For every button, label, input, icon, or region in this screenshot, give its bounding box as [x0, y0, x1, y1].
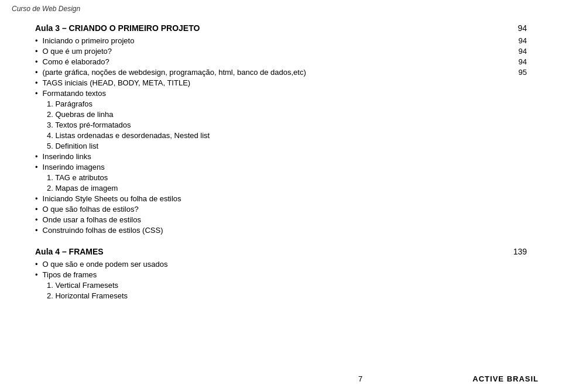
- item-text: Formatando textos: [43, 89, 106, 98]
- item-text: Inserindo imagens: [43, 163, 105, 171]
- bullet-icon: [35, 226, 38, 235]
- item-text: Iniciando Style Sheets ou folha de estil…: [43, 194, 181, 203]
- list-item: Tipos de frames: [35, 270, 527, 279]
- list-item: Iniciando o primeiro projeto 94: [35, 36, 527, 45]
- sub-item-text: 1. Parágrafos: [47, 99, 92, 108]
- item-page: 94: [519, 57, 527, 66]
- item-text: Construindo folhas de estilos (CSS): [43, 226, 163, 235]
- aula3-title: Aula 3 – CRIANDO O PRIMEIRO PROJETO 94: [35, 23, 527, 33]
- sub-list-item: 2. Mapas de imagem: [47, 184, 527, 192]
- bullet-icon: [35, 36, 38, 45]
- page-footer: 7 ACTIVE BRASIL: [0, 374, 562, 383]
- bullet-icon: [35, 89, 38, 98]
- list-item: Iniciando Style Sheets ou folha de estil…: [35, 194, 527, 203]
- page-header: Curso de Web Design: [12, 5, 80, 13]
- list-item: TAGS iniciais (HEAD, BODY, META, TITLE): [35, 78, 527, 87]
- list-item: O que é um projeto? 94: [35, 47, 527, 56]
- sub-item-text: 4. Listas ordenadas e desordenadas, Nest…: [47, 131, 210, 140]
- item-text: Como é elaborado?: [43, 57, 109, 66]
- footer-brand: ACTIVE BRASIL: [472, 374, 539, 383]
- sub-item-text: 1. Vertical Framesets: [47, 281, 118, 290]
- item-text: Tipos de frames: [43, 270, 97, 279]
- sub-list-item: 1. TAG e atributos: [47, 173, 527, 182]
- sub-item-text: 2. Mapas de imagem: [47, 184, 118, 192]
- sub-list-item: 2. Horizontal Framesets: [47, 291, 527, 300]
- sub-list-item: 1. Vertical Framesets: [47, 281, 527, 290]
- item-row: (parte gráfica, noções de webdesign, pro…: [43, 68, 527, 77]
- sub-item-text: 2. Horizontal Framesets: [47, 291, 128, 300]
- aula3-title-text: Aula 3 – CRIANDO O PRIMEIRO PROJETO: [35, 23, 200, 33]
- list-item: (parte gráfica, noções de webdesign, pro…: [35, 68, 527, 77]
- aula4-title: Aula 4 – FRAMES 139: [35, 247, 527, 256]
- sub-item-text: 1. TAG e atributos: [47, 173, 108, 182]
- item-row: Como é elaborado? 94: [43, 57, 527, 66]
- item-page: 94: [519, 47, 527, 56]
- aula4-page: 139: [513, 247, 527, 256]
- bullet-icon: [35, 47, 38, 56]
- sub-list-item: 2. Quebras de linha: [47, 110, 527, 119]
- item-text: (parte gráfica, noções de webdesign, pro…: [43, 68, 306, 77]
- bullet-icon: [35, 163, 38, 171]
- aula4-title-text: Aula 4 – FRAMES: [35, 247, 104, 256]
- item-text: O que é um projeto?: [43, 47, 112, 56]
- list-item: Inserindo links: [35, 152, 527, 161]
- list-item: Construindo folhas de estilos (CSS): [35, 226, 527, 235]
- aula3-page: 94: [518, 23, 527, 33]
- sub-list-item: 3. Textos pré-formatados: [47, 121, 527, 129]
- item-row: O que é um projeto? 94: [43, 47, 527, 56]
- list-item: O que são folhas de estilos?: [35, 205, 527, 214]
- item-text: O que são folhas de estilos?: [43, 205, 139, 214]
- list-item: Como é elaborado? 94: [35, 57, 527, 66]
- sub-list-item: 1. Parágrafos: [47, 99, 527, 108]
- bullet-icon: [35, 152, 38, 161]
- sub-item-text: 2. Quebras de linha: [47, 110, 113, 119]
- main-content: Aula 3 – CRIANDO O PRIMEIRO PROJETO 94 I…: [35, 23, 527, 302]
- bullet-icon: [35, 205, 38, 214]
- item-text: Iniciando o primeiro projeto: [43, 36, 135, 45]
- footer-page-number: 7: [248, 374, 473, 383]
- item-row: Iniciando o primeiro projeto 94: [43, 36, 527, 45]
- list-item: Onde usar a folhas de estilos: [35, 215, 527, 224]
- list-item: Inserindo imagens: [35, 163, 527, 171]
- sub-item-text: 3. Textos pré-formatados: [47, 121, 131, 129]
- list-item: Formatando textos: [35, 89, 527, 98]
- item-text: Inserindo links: [43, 152, 91, 161]
- sub-item-text: 5. Definition list: [47, 142, 98, 150]
- item-page: 95: [519, 68, 527, 77]
- sub-list-item: 4. Listas ordenadas e desordenadas, Nest…: [47, 131, 527, 140]
- bullet-icon: [35, 270, 38, 279]
- sub-list-item: 5. Definition list: [47, 142, 527, 150]
- list-item: O que são e onde podem ser usados: [35, 260, 527, 269]
- header-title: Curso de Web Design: [12, 5, 80, 13]
- bullet-icon: [35, 78, 38, 87]
- item-text: Onde usar a folhas de estilos: [43, 215, 141, 224]
- bullet-icon: [35, 68, 38, 77]
- item-text: TAGS iniciais (HEAD, BODY, META, TITLE): [43, 78, 191, 87]
- bullet-icon: [35, 215, 38, 224]
- item-page: 94: [519, 36, 527, 45]
- bullet-icon: [35, 260, 38, 269]
- item-text: O que são e onde podem ser usados: [43, 260, 168, 269]
- bullet-icon: [35, 194, 38, 203]
- bullet-icon: [35, 57, 38, 66]
